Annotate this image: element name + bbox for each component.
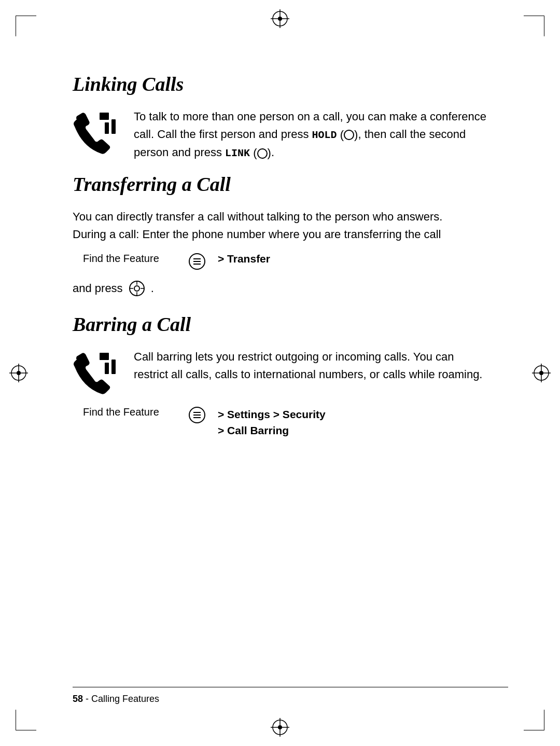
transferring-call-title: Transferring a Call	[73, 173, 487, 196]
footer: 58 - Calling Features	[73, 687, 508, 704]
svg-rect-17	[105, 122, 109, 134]
transfer-path: > Transfer	[218, 253, 270, 265]
and-press-row: and press .	[73, 280, 487, 297]
linking-calls-content-row: To talk to more than one person on a cal…	[73, 108, 487, 162]
barring-call-title: Barring a Call	[73, 313, 487, 336]
period-text: .	[151, 282, 154, 295]
transfer-menu-icon	[176, 253, 218, 270]
svg-point-24	[134, 286, 139, 291]
linking-calls-title: Linking Calls	[73, 73, 487, 95]
barring-path: > Settings > Security > Call Barring	[218, 406, 326, 439]
barring-menu-icon	[176, 406, 218, 424]
barring-feature-row: Find the Feature > Settings > Security >…	[73, 406, 487, 439]
barring-call-content-row: Call barring lets you restrict outgoing …	[73, 348, 487, 397]
page: Linking Calls	[0, 0, 560, 746]
svg-rect-16	[100, 113, 109, 120]
svg-rect-31	[111, 360, 116, 374]
phone-icon-barring	[73, 350, 119, 397]
phone-icon-linking	[73, 110, 119, 157]
footer-section-name: Calling Features	[91, 694, 159, 704]
transfer-feature-row: Find the Feature > Transfer	[73, 253, 487, 270]
and-press-text: and press	[73, 282, 123, 295]
footer-page-number: 58	[73, 694, 83, 704]
press-button-icon	[128, 280, 146, 297]
barring-call-section: Barring a Call Call barring lets you res…	[73, 313, 487, 439]
footer-page-info: 58 - Calling Features	[73, 694, 159, 704]
linking-calls-body: To talk to more than one person on a cal…	[134, 108, 487, 162]
barring-call-body: Call barring lets you restrict outgoing …	[134, 348, 487, 383]
svg-rect-18	[111, 119, 116, 134]
transferring-call-section: Transferring a Call You can directly tra…	[73, 173, 487, 297]
svg-rect-30	[105, 363, 109, 374]
barring-find-feature-label: Find the Feature	[73, 406, 176, 418]
content-area: Linking Calls	[73, 73, 487, 439]
transfer-find-feature-label: Find the Feature	[73, 253, 176, 265]
linking-calls-section: Linking Calls	[73, 73, 487, 162]
transferring-call-body1: You can directly transfer a call without…	[73, 208, 487, 243]
svg-rect-29	[100, 353, 109, 360]
